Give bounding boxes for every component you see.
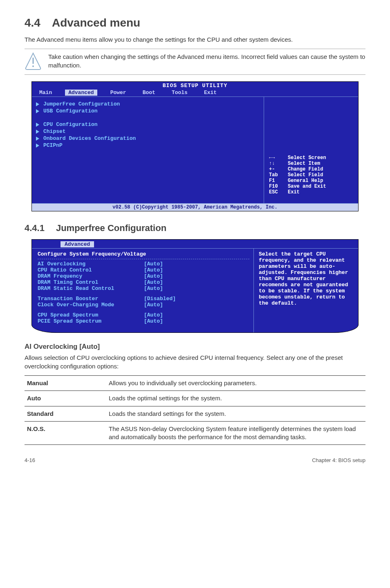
- arrows-ud-icon: ↑↓: [269, 161, 283, 166]
- config-value: [Auto]: [144, 285, 163, 292]
- option-desc: Loads the optimal settings for the syste…: [106, 391, 365, 406]
- config-label: Transaction Booster: [38, 296, 144, 302]
- option-key: Standard: [25, 406, 106, 421]
- config-value: [Auto]: [144, 312, 163, 318]
- svg-marker-7: [36, 144, 39, 148]
- bios-title: BIOS SETUP UTILITY: [32, 82, 358, 90]
- config-label: DRAM Timing Control: [38, 279, 144, 285]
- help-text: Select Field: [288, 172, 323, 178]
- config-row[interactable]: DRAM Frequency[Auto]: [38, 273, 249, 279]
- tab-main[interactable]: Main: [36, 90, 55, 96]
- intro-text: The Advanced menu items allow you to cha…: [25, 35, 365, 44]
- table-row: N.O.S.The ASUS Non-delay Overclocking Sy…: [25, 421, 365, 445]
- config-row[interactable]: DRAM Static Read Control[Auto]: [38, 285, 249, 292]
- triangle-icon: [36, 123, 39, 127]
- subsection-heading: Jumperfree Configuration: [56, 223, 166, 233]
- config-value: [Auto]: [144, 261, 163, 267]
- config-label: PCIE Spread Spectrum: [38, 318, 144, 324]
- caution-text: Take caution when changing the settings …: [48, 52, 365, 70]
- menu-item[interactable]: Chipset: [36, 128, 260, 135]
- menu-item[interactable]: JumperFree Configuration: [36, 101, 260, 107]
- help-text: Select Item: [288, 161, 320, 166]
- bios-settings-screen: Advanced Configure System Frequency/Volt…: [31, 239, 359, 333]
- bios2-config-panel: Configure System Frequency/Voltage AI Ov…: [32, 249, 254, 332]
- svg-marker-3: [36, 109, 39, 113]
- config-label: DRAM Frequency: [38, 273, 144, 279]
- menu-label: Onboard Devices Configuration: [43, 135, 136, 141]
- caution-note: Take caution when changing the settings …: [25, 49, 365, 75]
- triangle-icon: [36, 130, 39, 134]
- svg-point-1: [32, 65, 34, 67]
- help-text: Exit: [288, 189, 300, 195]
- arrows-lr-icon: ←→: [269, 155, 283, 161]
- config-row[interactable]: CPU Spread Spectrum[Auto]: [38, 312, 249, 318]
- bios2-help-panel: Select the target CPU frequency, and the…: [254, 249, 358, 332]
- menu-item[interactable]: Onboard Devices Configuration: [36, 135, 260, 141]
- chapter-label: Chapter 4: BIOS setup: [312, 457, 365, 463]
- help-key: ESC: [269, 189, 283, 195]
- triangle-icon: [36, 109, 39, 113]
- section-heading: Advanced menu: [52, 16, 140, 29]
- config-row[interactable]: AI Overclocking[Auto]: [38, 261, 249, 267]
- menu-label: USB Configuration: [43, 108, 98, 114]
- config-value: [Auto]: [144, 318, 163, 324]
- svg-marker-5: [36, 130, 39, 134]
- svg-marker-2: [36, 102, 39, 106]
- field-title: AI Overclocking [Auto]: [25, 343, 365, 351]
- bios-menu-panel: JumperFree Configuration USB Configurati…: [32, 97, 264, 203]
- option-key: Auto: [25, 391, 106, 406]
- option-desc: Allows you to individually set overclock…: [106, 376, 365, 391]
- help-text: Select Screen: [288, 155, 326, 161]
- config-label: AI Overclocking: [38, 261, 144, 267]
- subsection-number: 4.4.1: [25, 223, 45, 233]
- menu-label: PCIPnP: [43, 142, 63, 148]
- help-description: Select the target CPU frequency, and the…: [259, 251, 354, 306]
- svg-marker-6: [36, 137, 39, 141]
- page-footer: 4-16 Chapter 4: BIOS setup: [25, 457, 365, 463]
- config-header: Configure System Frequency/Voltage: [38, 251, 249, 259]
- menu-item[interactable]: PCIPnP: [36, 142, 260, 148]
- config-value: [Auto]: [144, 302, 163, 308]
- config-row[interactable]: PCIE Spread Spectrum[Auto]: [38, 318, 249, 324]
- help-key: F10: [269, 184, 283, 189]
- config-row[interactable]: Clock Over-Charging Mode[Auto]: [38, 302, 249, 308]
- config-value: [Auto]: [144, 267, 163, 273]
- tab-tools[interactable]: Tools: [168, 90, 191, 96]
- option-key: Manual: [25, 376, 106, 391]
- menu-label: CPU Configuration: [43, 121, 98, 128]
- config-value: [Disabled]: [144, 296, 176, 302]
- tab-exit[interactable]: Exit: [201, 90, 220, 96]
- tab-boot[interactable]: Boot: [139, 90, 159, 96]
- help-key: F1: [269, 178, 283, 184]
- tab-advanced[interactable]: Advanced: [65, 90, 97, 96]
- config-label: CPU Ratio Control: [38, 267, 144, 273]
- subsection-title: 4.4.1Jumperfree Configuration: [25, 223, 365, 233]
- config-row[interactable]: CPU Ratio Control[Auto]: [38, 267, 249, 273]
- bios-help-panel: ←→Select Screen ↑↓Select Item +-Change F…: [264, 97, 358, 203]
- caution-icon: [25, 52, 42, 71]
- menu-label: Chipset: [43, 128, 66, 135]
- menu-item[interactable]: USB Configuration: [36, 108, 260, 114]
- option-key: N.O.S.: [25, 421, 106, 445]
- config-row[interactable]: DRAM Timing Control[Auto]: [38, 279, 249, 285]
- config-row[interactable]: Transaction Booster[Disabled]: [38, 296, 249, 302]
- table-row: ManualAllows you to individually set ove…: [25, 376, 365, 391]
- table-row: AutoLoads the optimal settings for the s…: [25, 391, 365, 406]
- triangle-icon: [36, 137, 39, 141]
- config-label: Clock Over-Charging Mode: [38, 302, 144, 308]
- triangle-icon: [36, 144, 39, 148]
- help-text: Change Field: [288, 166, 323, 172]
- section-title: 4.4Advanced menu: [25, 16, 365, 29]
- svg-marker-4: [36, 123, 39, 127]
- option-desc: The ASUS Non-delay Overclocking System f…: [106, 421, 365, 445]
- config-value: [Auto]: [144, 273, 163, 279]
- bios-screen: BIOS SETUP UTILITY Main Advanced Power B…: [31, 81, 359, 211]
- help-key: Tab: [269, 172, 283, 178]
- menu-item[interactable]: CPU Configuration: [36, 121, 260, 128]
- menu-label: JumperFree Configuration: [43, 101, 120, 107]
- config-label: CPU Spread Spectrum: [38, 312, 144, 318]
- tab-power[interactable]: Power: [107, 90, 130, 96]
- tab-advanced[interactable]: Advanced: [61, 241, 94, 247]
- bios-footer: v02.58 (C)Copyright 1985-2007, American …: [32, 203, 358, 211]
- triangle-icon: [36, 102, 39, 106]
